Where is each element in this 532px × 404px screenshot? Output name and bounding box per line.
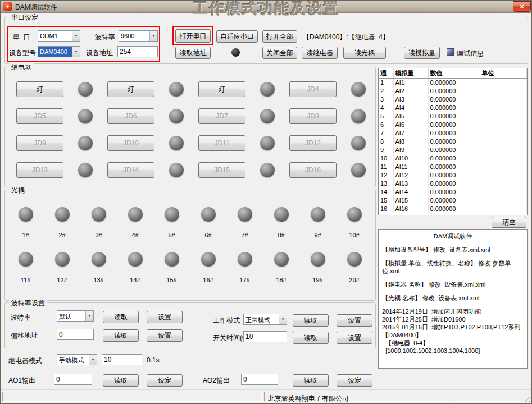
table-row[interactable]: 7AI70.000000 xyxy=(379,129,527,137)
opto-label: 3# xyxy=(95,232,102,238)
relay-button[interactable]: 灯 xyxy=(107,81,154,97)
set-ao2-button[interactable]: 设定 xyxy=(337,374,372,387)
relay-button[interactable]: 灯 xyxy=(16,81,63,97)
relay-button[interactable]: JD11 xyxy=(198,135,245,151)
opto-cell: 6# xyxy=(190,198,226,243)
cell-analog: AI15 xyxy=(393,196,428,205)
info-line xyxy=(382,254,524,259)
open-serial-button[interactable]: 打开串口 xyxy=(175,29,211,43)
set-offset-button[interactable]: 设置 xyxy=(147,329,183,342)
cell-channel: 13 xyxy=(379,180,393,188)
relay-button[interactable]: JD8 xyxy=(289,108,337,124)
read-analog-button[interactable]: 读模拟量 xyxy=(404,47,440,59)
relay-indicator xyxy=(260,163,275,177)
table-row[interactable]: 12AI120.000000 xyxy=(379,171,527,180)
table-row[interactable]: 16AI160.000000 xyxy=(379,205,527,213)
table-row[interactable]: 8AI80.000000 xyxy=(379,137,527,146)
table-row[interactable]: 15AI150.000000 xyxy=(379,196,527,205)
set-switch-time-button[interactable]: 设置 xyxy=(337,332,372,344)
chevron-down-icon[interactable]: ▼ xyxy=(149,31,157,41)
opto-cell: 4# xyxy=(117,198,153,243)
switch-time-input[interactable] xyxy=(243,331,287,342)
model-combo[interactable]: DAM0400 ▼ xyxy=(38,46,80,57)
table-row[interactable]: 3AI30.000000 xyxy=(379,95,527,104)
address-label: 设备地址 xyxy=(86,48,113,58)
close-button[interactable]: × xyxy=(513,1,531,12)
relay-time-unit-label: 0.1s xyxy=(147,356,160,364)
relay-button[interactable]: JD9 xyxy=(16,135,63,151)
set-baud-button[interactable]: 设置 xyxy=(147,311,183,323)
adaptive-serial-button[interactable]: 自适应串口 xyxy=(216,30,258,43)
ao2-input[interactable] xyxy=(241,374,278,385)
set-ao1-button[interactable]: 设定 xyxy=(147,374,183,387)
relay-button[interactable]: JD7 xyxy=(198,108,245,124)
debug-info-label[interactable]: 调试信息 xyxy=(457,49,484,58)
cell-unit xyxy=(480,129,527,137)
cell-value: 0.000000 xyxy=(428,95,480,104)
relay-button[interactable]: JD14 xyxy=(107,162,154,178)
opto-label: 7# xyxy=(241,232,248,238)
cell-analog: AI11 xyxy=(393,163,428,171)
ao1-input[interactable] xyxy=(54,374,92,385)
offset-input[interactable] xyxy=(57,329,94,340)
table-row[interactable]: 4AI40.000000 xyxy=(379,104,527,112)
title-bar[interactable]: ✦ DAM调试软件 xyxy=(1,1,531,13)
table-row[interactable]: 9AI90.000000 xyxy=(379,146,527,154)
work-mode-combo[interactable]: 正常模式 ▼ xyxy=(243,314,287,325)
table-row[interactable]: 11AI110.000000 xyxy=(379,163,527,171)
set-work-mode-button[interactable]: 设置 xyxy=(337,314,372,327)
opto-cell: 2# xyxy=(44,198,80,243)
cell-value: 0.000000 xyxy=(428,180,480,188)
table-row[interactable]: 13AI130.000000 xyxy=(379,180,527,188)
info-panel[interactable]: DAM调试软件 【增加设备型号】 修改 设备表.xml.xml 【模拟量 单位、… xyxy=(378,229,528,369)
relay-button[interactable]: JD10 xyxy=(107,135,154,151)
read-switch-time-button[interactable]: 读取 xyxy=(293,332,329,344)
table-row[interactable]: 1AI10.000000 xyxy=(379,79,527,87)
baud-combo-value: 9600 xyxy=(119,31,149,41)
chevron-down-icon[interactable]: ▼ xyxy=(72,31,80,41)
relay-unit: JD12 xyxy=(281,130,372,157)
cell-analog: AI9 xyxy=(393,146,428,154)
table-row[interactable]: 14AI140.000000 xyxy=(379,188,527,196)
relay-time-input[interactable] xyxy=(102,354,142,365)
cell-unit xyxy=(480,154,527,163)
close-all-button[interactable]: 关闭全部 xyxy=(262,47,297,59)
read-offset-button[interactable]: 读取 xyxy=(103,329,139,342)
opto-indicator xyxy=(347,252,362,267)
read-address-button[interactable]: 读取地址 xyxy=(175,47,211,59)
relay-unit: JD8 xyxy=(281,103,372,130)
read-work-mode-button[interactable]: 读取 xyxy=(293,314,329,327)
baud-combo[interactable]: 9600 ▼ xyxy=(119,30,158,42)
resize-grip[interactable] xyxy=(523,395,530,402)
relay-button[interactable]: JD13 xyxy=(16,162,63,178)
relay-button[interactable]: JD4 xyxy=(289,81,337,97)
table-row[interactable]: 2AI20.000000 xyxy=(379,87,527,95)
address-input[interactable] xyxy=(117,46,158,57)
relay-mode-combo[interactable]: 手动模式 ▼ xyxy=(57,354,97,365)
read-ao1-button[interactable]: 读取 xyxy=(103,374,139,387)
relay-button[interactable]: JD16 xyxy=(289,162,337,178)
relay-button[interactable]: JD12 xyxy=(289,135,337,151)
relay-button[interactable]: JD6 xyxy=(107,108,154,124)
relay-button[interactable]: JD15 xyxy=(198,162,245,178)
table-row[interactable]: 5AI50.000000 xyxy=(379,112,527,121)
clear-button[interactable]: 清空 xyxy=(492,217,526,228)
chevron-down-icon[interactable]: ▼ xyxy=(89,355,97,365)
port-combo[interactable]: COM1 ▼ xyxy=(38,30,80,42)
read-baud-button[interactable]: 读取 xyxy=(103,311,139,323)
opto-cell: 9# xyxy=(299,198,336,243)
read-relay-button[interactable]: 读继电器 xyxy=(302,47,338,59)
chevron-down-icon[interactable]: ▼ xyxy=(85,311,93,321)
relay-button[interactable]: 灯 xyxy=(198,81,245,97)
relay-button[interactable]: JD5 xyxy=(16,108,63,124)
table-row[interactable]: 10AI100.000000 xyxy=(379,154,527,163)
baud-label: 波特率 xyxy=(95,33,115,42)
opto-cell: 1# xyxy=(7,198,44,243)
baud-setting-combo[interactable]: 默认 ▼ xyxy=(57,310,94,322)
chevron-down-icon[interactable]: ▼ xyxy=(72,47,80,57)
table-row[interactable]: 6AI60.000000 xyxy=(379,121,527,129)
open-all-button[interactable]: 打开全部 xyxy=(262,30,297,43)
read-opto-button[interactable]: 读光耦 xyxy=(343,47,386,59)
read-ao2-button[interactable]: 读取 xyxy=(293,374,329,387)
chevron-down-icon[interactable]: ▼ xyxy=(279,314,287,324)
